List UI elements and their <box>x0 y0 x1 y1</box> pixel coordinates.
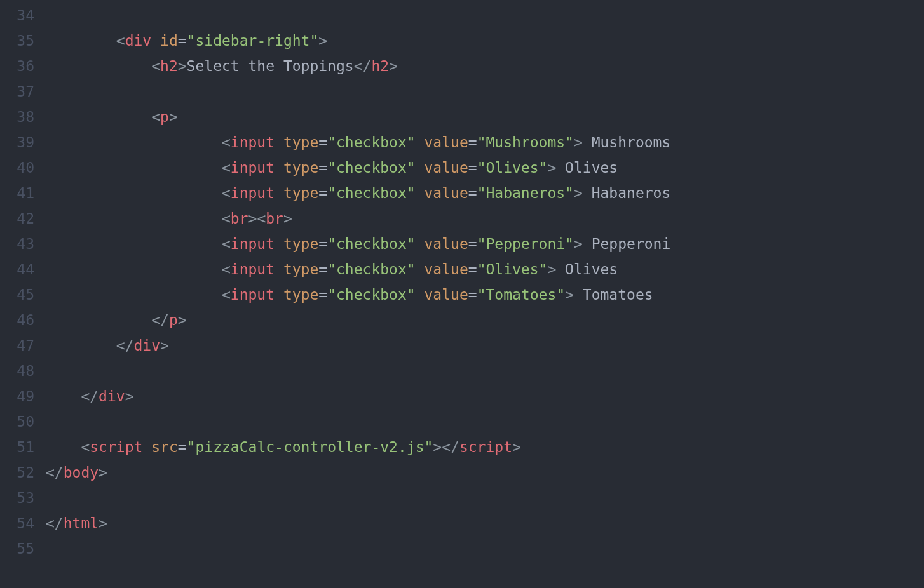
line-number: 50 <box>0 409 46 434</box>
line-number: 35 <box>0 28 46 53</box>
line-number: 54 <box>0 511 46 536</box>
line-number: 44 <box>0 257 46 282</box>
code-line[interactable] <box>46 3 924 28</box>
code-line[interactable]: <h2>Select the Toppings</h2> <box>46 53 924 79</box>
code-line[interactable] <box>46 536 924 561</box>
code-line[interactable]: </p> <box>46 307 924 333</box>
line-number: 52 <box>0 460 46 485</box>
line-number: 46 <box>0 307 46 333</box>
line-number: 37 <box>0 79 46 104</box>
line-number: 47 <box>0 333 46 358</box>
code-line[interactable]: <input type="checkbox" value="Pepperoni"… <box>46 231 924 257</box>
code-area[interactable]: <div id="sidebar-right"> <h2>Select the … <box>46 0 924 588</box>
code-line[interactable]: <input type="checkbox" value="Olives"> O… <box>46 257 924 282</box>
code-line[interactable]: <input type="checkbox" value="Olives"> O… <box>46 155 924 180</box>
line-number-gutter: 3435363738394041424344454647484950515253… <box>0 0 46 588</box>
line-number: 53 <box>0 485 46 511</box>
code-line[interactable] <box>46 485 924 511</box>
line-number: 36 <box>0 53 46 79</box>
code-line[interactable]: <input type="checkbox" value="Tomatoes">… <box>46 282 924 307</box>
code-line[interactable]: </html> <box>46 511 924 536</box>
line-number: 39 <box>0 130 46 155</box>
line-number: 34 <box>0 3 46 28</box>
code-line[interactable]: </div> <box>46 384 924 409</box>
code-line[interactable] <box>46 409 924 434</box>
code-editor[interactable]: 3435363738394041424344454647484950515253… <box>0 0 924 588</box>
line-number: 51 <box>0 434 46 460</box>
code-line[interactable] <box>46 79 924 104</box>
line-number: 43 <box>0 231 46 257</box>
code-line[interactable]: <script src="pizzaCalc-controller-v2.js"… <box>46 434 924 460</box>
code-line[interactable]: <br><br> <box>46 206 924 231</box>
line-number: 48 <box>0 358 46 384</box>
code-line[interactable] <box>46 358 924 384</box>
code-line[interactable]: </body> <box>46 460 924 485</box>
line-number: 49 <box>0 384 46 409</box>
code-line[interactable]: <input type="checkbox" value="Habaneros"… <box>46 180 924 206</box>
code-line[interactable]: </div> <box>46 333 924 358</box>
code-line[interactable]: <p> <box>46 104 924 130</box>
line-number: 45 <box>0 282 46 307</box>
code-line[interactable]: <div id="sidebar-right"> <box>46 28 924 53</box>
line-number: 55 <box>0 536 46 561</box>
line-number: 41 <box>0 180 46 206</box>
line-number: 42 <box>0 206 46 231</box>
line-number: 40 <box>0 155 46 180</box>
line-number: 38 <box>0 104 46 130</box>
code-line[interactable]: <input type="checkbox" value="Mushrooms"… <box>46 130 924 155</box>
